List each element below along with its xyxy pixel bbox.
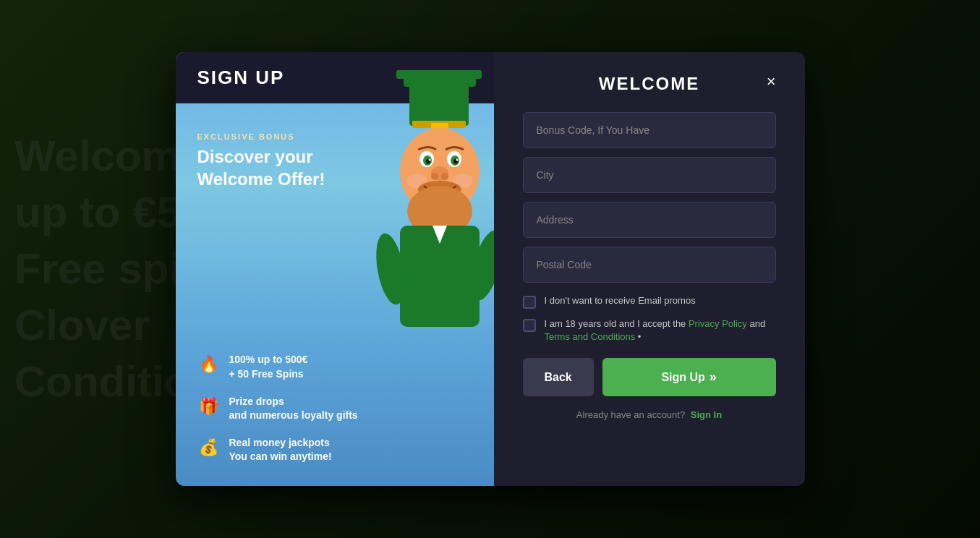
already-account-text: Already have an account? — [576, 409, 685, 420]
svg-rect-2 — [409, 82, 469, 126]
city-input[interactable] — [523, 157, 776, 193]
signup-modal: SIGN UP 3/3 — [176, 52, 805, 486]
form-fields — [523, 112, 776, 283]
no-email-checkbox[interactable] — [523, 296, 536, 309]
bonus-code-input[interactable] — [523, 112, 776, 148]
age-terms-checkbox-item: I am 18 years old and I accept the Priva… — [523, 317, 776, 343]
age-terms-checkbox[interactable] — [523, 319, 536, 332]
svg-rect-4 — [431, 123, 448, 129]
bonus-text-3: Real money jackpotsYou can win anytime! — [229, 436, 332, 464]
privacy-policy-link[interactable]: Privacy Policy — [689, 318, 747, 329]
no-email-label: I don't want to receive Email promos — [545, 294, 696, 307]
age-terms-label: I am 18 years old and I accept the Priva… — [545, 317, 776, 343]
signin-prompt: Already have an account? Sign In — [523, 409, 776, 420]
signup-arrows: » — [710, 370, 717, 385]
bonus-item-3: 💰 Real money jackpotsYou can win anytime… — [197, 436, 472, 464]
right-panel: WELCOME × I don't want to receive Email … — [494, 52, 805, 486]
gift-icon: 🎁 — [197, 395, 221, 418]
bonus-item-2: 🎁 Prize dropsand numerous loyalty gifts — [197, 395, 472, 423]
checkbox-group: I don't want to receive Email promos I a… — [523, 294, 776, 343]
bonus-text-1: 100% up to 500€+ 50 Free Spins — [229, 353, 308, 381]
offer-title: Discover your Welcome Offer! — [197, 145, 342, 190]
action-buttons: Back Sign Up » — [523, 358, 776, 396]
age-terms-text-after: • — [635, 331, 641, 342]
terms-conditions-link[interactable]: Terms and Conditions — [545, 331, 636, 342]
signup-button-label: Sign Up — [661, 371, 704, 384]
character-illustration — [360, 67, 494, 356]
modal-overlay: SIGN UP 3/3 — [0, 0, 980, 538]
left-panel: SIGN UP 3/3 — [176, 52, 494, 486]
right-panel-header: WELCOME × — [523, 74, 776, 94]
money-icon: 💰 — [197, 436, 221, 459]
welcome-title: WELCOME — [599, 74, 699, 94]
no-email-checkbox-item: I don't want to receive Email promos — [523, 294, 776, 309]
signup-button[interactable]: Sign Up » — [602, 358, 776, 396]
signin-link[interactable]: Sign In — [691, 409, 722, 420]
bonus-item-1: 🔥 100% up to 500€+ 50 Free Spins — [197, 353, 472, 381]
exclusive-label: EXCLUSIVE BONUS — [197, 132, 472, 141]
close-button[interactable]: × — [767, 74, 776, 90]
bonus-items-list: 🔥 100% up to 500€+ 50 Free Spins 🎁 Prize… — [197, 353, 472, 464]
age-terms-text-before: I am 18 years old and I accept the — [545, 318, 689, 329]
signup-title: SIGN UP — [197, 67, 285, 89]
age-terms-text-middle: and — [747, 318, 765, 329]
svg-rect-1 — [396, 70, 482, 79]
fire-icon: 🔥 — [197, 353, 221, 376]
back-button[interactable]: Back — [523, 358, 594, 396]
postal-code-input[interactable] — [523, 247, 776, 283]
bonus-text-2: Prize dropsand numerous loyalty gifts — [229, 395, 358, 423]
address-input[interactable] — [523, 202, 776, 238]
